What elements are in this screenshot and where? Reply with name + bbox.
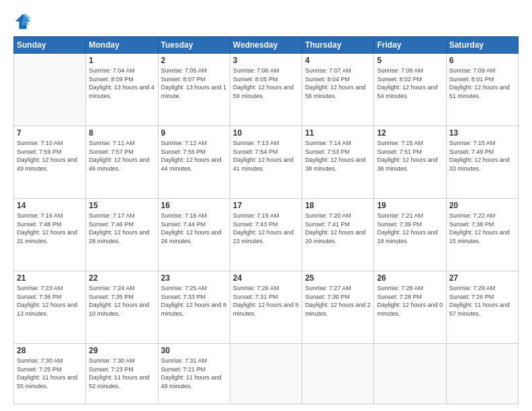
day-info: Sunrise: 7:05 AMSunset: 8:07 PMDaylight:…: [161, 67, 227, 99]
day-number: 12: [377, 128, 443, 138]
day-number: 13: [449, 128, 515, 138]
day-info: Sunrise: 7:14 AMSunset: 7:53 PMDaylight:…: [305, 140, 365, 172]
day-info: Sunrise: 7:06 AMSunset: 8:05 PMDaylight:…: [233, 67, 294, 99]
calendar-cell: 19 Sunrise: 7:21 AMSunset: 7:39 PMDaylig…: [374, 198, 446, 271]
week-row-2: 7 Sunrise: 7:10 AMSunset: 7:59 PMDayligh…: [14, 126, 519, 198]
day-info: Sunrise: 7:10 AMSunset: 7:59 PMDaylight:…: [17, 140, 77, 172]
calendar-cell: 11 Sunrise: 7:14 AMSunset: 7:53 PMDaylig…: [302, 126, 374, 198]
day-number: 4: [305, 56, 371, 65]
day-info: Sunrise: 7:11 AMSunset: 7:57 PMDaylight:…: [89, 140, 149, 172]
day-number: 8: [89, 128, 154, 138]
day-info: Sunrise: 7:04 AMSunset: 8:09 PMDaylight:…: [89, 67, 154, 99]
calendar-cell: 16 Sunrise: 7:18 AMSunset: 7:44 PMDaylig…: [158, 198, 230, 271]
day-number: 6: [449, 56, 515, 65]
calendar-cell: 25 Sunrise: 7:27 AMSunset: 7:30 PMDaylig…: [302, 271, 374, 343]
calendar-cell: 3 Sunrise: 7:06 AMSunset: 8:05 PMDayligh…: [230, 54, 302, 126]
calendar-cell: 26 Sunrise: 7:28 AMSunset: 7:28 PMDaylig…: [374, 271, 446, 343]
logo-icon: [13, 12, 32, 31]
calendar-cell: 22 Sunrise: 7:24 AMSunset: 7:35 PMDaylig…: [86, 271, 158, 343]
day-info: Sunrise: 7:20 AMSunset: 7:41 PMDaylight:…: [305, 212, 365, 244]
calendar-cell: 4 Sunrise: 7:07 AMSunset: 8:04 PMDayligh…: [302, 54, 374, 126]
weekday-header-saturday: Saturday: [446, 37, 518, 54]
weekday-header-wednesday: Wednesday: [230, 37, 302, 54]
calendar-cell: 10 Sunrise: 7:13 AMSunset: 7:54 PMDaylig…: [230, 126, 302, 198]
day-number: 19: [377, 201, 443, 210]
day-number: 5: [377, 56, 443, 65]
day-number: 25: [305, 273, 371, 283]
day-number: 15: [89, 201, 154, 210]
day-info: Sunrise: 7:24 AMSunset: 7:35 PMDaylight:…: [89, 285, 149, 317]
day-number: 20: [449, 201, 515, 210]
calendar-cell: [230, 343, 302, 404]
day-info: Sunrise: 7:30 AMSunset: 7:23 PMDaylight:…: [89, 357, 149, 390]
calendar-cell: 29 Sunrise: 7:30 AMSunset: 7:23 PMDaylig…: [86, 343, 158, 404]
day-number: 29: [89, 346, 154, 355]
day-info: Sunrise: 7:09 AMSunset: 8:01 PMDaylight:…: [449, 67, 510, 99]
day-number: 2: [161, 56, 227, 65]
calendar-cell: 27 Sunrise: 7:29 AMSunset: 7:26 PMDaylig…: [446, 271, 518, 343]
week-row-3: 14 Sunrise: 7:16 AMSunset: 7:48 PMDaylig…: [14, 198, 519, 271]
calendar-cell: [14, 54, 86, 126]
day-number: 10: [233, 128, 299, 138]
calendar-cell: [302, 343, 374, 404]
day-number: 28: [17, 346, 83, 355]
day-number: 26: [377, 273, 443, 283]
day-info: Sunrise: 7:21 AMSunset: 7:39 PMDaylight:…: [377, 212, 437, 244]
calendar-cell: [446, 343, 518, 404]
day-number: 16: [161, 201, 227, 210]
day-info: Sunrise: 7:25 AMSunset: 7:33 PMDaylight:…: [161, 285, 227, 317]
day-number: 30: [161, 346, 227, 355]
day-number: 21: [17, 273, 83, 283]
day-number: 24: [233, 273, 299, 283]
calendar-cell: 24 Sunrise: 7:26 AMSunset: 7:31 PMDaylig…: [230, 271, 302, 343]
day-info: Sunrise: 7:12 AMSunset: 7:56 PMDaylight:…: [161, 140, 222, 172]
day-number: 1: [89, 56, 154, 65]
day-info: Sunrise: 7:07 AMSunset: 8:04 PMDaylight:…: [305, 67, 365, 99]
day-info: Sunrise: 7:19 AMSunset: 7:43 PMDaylight:…: [233, 212, 294, 244]
day-info: Sunrise: 7:23 AMSunset: 7:36 PMDaylight:…: [17, 285, 77, 317]
day-info: Sunrise: 7:31 AMSunset: 7:21 PMDaylight:…: [161, 357, 222, 390]
logo: [13, 12, 35, 31]
day-info: Sunrise: 7:13 AMSunset: 7:54 PMDaylight:…: [233, 140, 294, 172]
calendar-cell: 2 Sunrise: 7:05 AMSunset: 8:07 PMDayligh…: [158, 54, 230, 126]
weekday-header-sunday: Sunday: [14, 37, 86, 54]
calendar-cell: 30 Sunrise: 7:31 AMSunset: 7:21 PMDaylig…: [158, 343, 230, 404]
week-row-1: 1 Sunrise: 7:04 AMSunset: 8:09 PMDayligh…: [14, 54, 519, 126]
weekday-header-friday: Friday: [374, 37, 446, 54]
day-number: 22: [89, 273, 154, 283]
calendar-cell: 6 Sunrise: 7:09 AMSunset: 8:01 PMDayligh…: [446, 54, 518, 126]
day-number: 14: [17, 201, 83, 210]
day-info: Sunrise: 7:22 AMSunset: 7:38 PMDaylight:…: [449, 212, 510, 244]
day-info: Sunrise: 7:16 AMSunset: 7:48 PMDaylight:…: [17, 212, 77, 244]
calendar-cell: 14 Sunrise: 7:16 AMSunset: 7:48 PMDaylig…: [14, 198, 86, 271]
day-info: Sunrise: 7:27 AMSunset: 7:30 PMDaylight:…: [305, 285, 371, 317]
day-info: Sunrise: 7:18 AMSunset: 7:44 PMDaylight:…: [161, 212, 222, 244]
day-number: 18: [305, 201, 371, 210]
calendar-cell: 13 Sunrise: 7:15 AMSunset: 7:49 PMDaylig…: [446, 126, 518, 198]
calendar-cell: 7 Sunrise: 7:10 AMSunset: 7:59 PMDayligh…: [14, 126, 86, 198]
calendar-cell: 1 Sunrise: 7:04 AMSunset: 8:09 PMDayligh…: [86, 54, 158, 126]
day-number: 9: [161, 128, 227, 138]
day-number: 3: [233, 56, 299, 65]
header: [13, 12, 519, 31]
weekday-header-tuesday: Tuesday: [158, 37, 230, 54]
weekday-header-thursday: Thursday: [302, 37, 374, 54]
calendar-cell: 28 Sunrise: 7:30 AMSunset: 7:25 PMDaylig…: [14, 343, 86, 404]
calendar-cell: 15 Sunrise: 7:17 AMSunset: 7:46 PMDaylig…: [86, 198, 158, 271]
day-info: Sunrise: 7:29 AMSunset: 7:26 PMDaylight:…: [449, 285, 510, 317]
day-number: 27: [449, 273, 515, 283]
calendar-cell: 20 Sunrise: 7:22 AMSunset: 7:38 PMDaylig…: [446, 198, 518, 271]
day-info: Sunrise: 7:15 AMSunset: 7:49 PMDaylight:…: [449, 140, 510, 172]
day-info: Sunrise: 7:15 AMSunset: 7:51 PMDaylight:…: [377, 140, 437, 172]
week-row-4: 21 Sunrise: 7:23 AMSunset: 7:36 PMDaylig…: [14, 271, 519, 343]
calendar-cell: 12 Sunrise: 7:15 AMSunset: 7:51 PMDaylig…: [374, 126, 446, 198]
day-info: Sunrise: 7:08 AMSunset: 8:02 PMDaylight:…: [377, 67, 437, 99]
page: SundayMondayTuesdayWednesdayThursdayFrid…: [0, 0, 532, 411]
calendar-cell: 21 Sunrise: 7:23 AMSunset: 7:36 PMDaylig…: [14, 271, 86, 343]
day-info: Sunrise: 7:17 AMSunset: 7:46 PMDaylight:…: [89, 212, 149, 244]
day-number: 23: [161, 273, 227, 283]
weekday-header-row: SundayMondayTuesdayWednesdayThursdayFrid…: [14, 37, 519, 54]
day-number: 11: [305, 128, 371, 138]
week-row-5: 28 Sunrise: 7:30 AMSunset: 7:25 PMDaylig…: [14, 343, 519, 404]
day-number: 7: [17, 128, 83, 138]
